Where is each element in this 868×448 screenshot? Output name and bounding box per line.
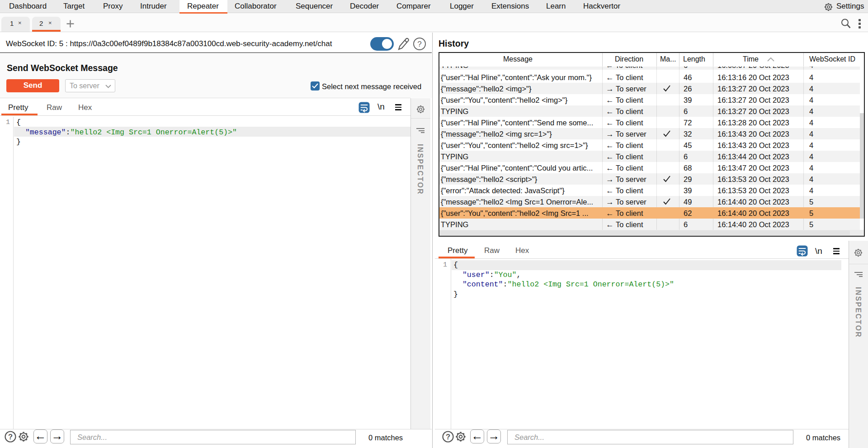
svg-text:?: ? (446, 433, 450, 441)
svg-text:?: ? (417, 40, 421, 48)
svg-text:?: ? (8, 433, 13, 441)
